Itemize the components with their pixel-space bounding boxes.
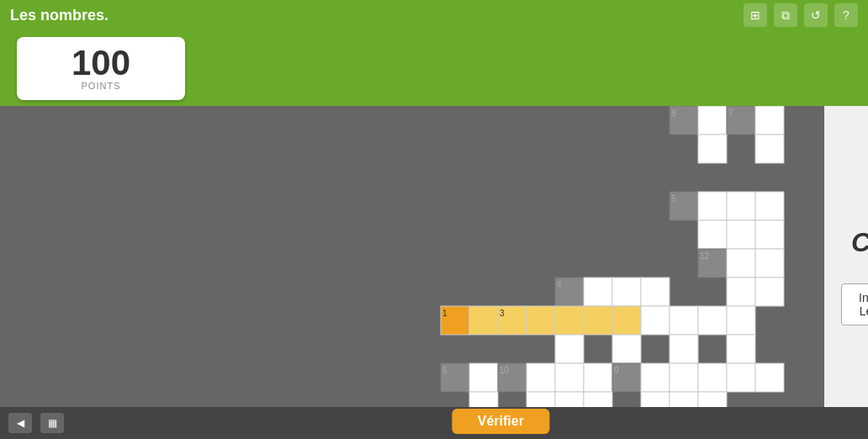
- svg-text:7: 7: [728, 108, 733, 118]
- score-bar: 100 POINTS 00:13 TEMPS: [0, 30, 868, 106]
- svg-text:5: 5: [671, 194, 676, 204]
- svg-rect-44: [727, 306, 755, 335]
- help-icon[interactable]: ?: [834, 3, 858, 27]
- screen-icon[interactable]: ⊞: [744, 3, 767, 27]
- svg-rect-43: [698, 306, 727, 335]
- svg-rect-31: [641, 278, 670, 306]
- svg-rect-30: [612, 278, 641, 306]
- svg-text:8: 8: [671, 108, 676, 118]
- svg-rect-34: [469, 306, 498, 335]
- svg-text:12: 12: [700, 251, 710, 261]
- score-number: 100: [71, 45, 130, 81]
- svg-rect-25: [727, 278, 755, 306]
- grid-button[interactable]: ▦: [40, 413, 64, 433]
- score-label: POINTS: [82, 81, 121, 91]
- svg-rect-9: [755, 106, 784, 135]
- clue-word: CUATRO: [851, 227, 868, 258]
- svg-text:6: 6: [442, 366, 447, 375]
- game-area: 100 POINTS 00:13 TEMPS: [0, 30, 868, 439]
- svg-rect-39: [584, 306, 612, 335]
- svg-rect-55: [555, 363, 584, 392]
- indice-lettre-button[interactable]: Indice Lettre: [841, 283, 868, 325]
- crossword-grid: [0, 106, 412, 407]
- svg-rect-63: [755, 363, 784, 392]
- svg-rect-12: [755, 135, 784, 163]
- copy-icon[interactable]: ⧉: [774, 3, 797, 27]
- svg-rect-38: [555, 306, 584, 335]
- svg-rect-41: [641, 306, 670, 335]
- svg-text:3: 3: [500, 309, 505, 318]
- svg-rect-17: [755, 192, 784, 220]
- svg-rect-24: [755, 249, 784, 278]
- svg-rect-59: [641, 363, 670, 392]
- top-bar-icons: ⊞ ⧉ ↺ ?: [744, 3, 858, 27]
- svg-rect-45: [555, 335, 584, 363]
- svg-rect-16: [727, 192, 755, 220]
- svg-rect-20: [755, 220, 784, 249]
- svg-rect-15: [698, 192, 727, 220]
- main-layout: 100 POINTS 00:13 TEMPS: [0, 30, 868, 439]
- svg-text:1: 1: [442, 309, 447, 318]
- svg-rect-48: [727, 335, 755, 363]
- svg-text:10: 10: [500, 366, 510, 375]
- svg-rect-37: [527, 306, 555, 335]
- svg-rect-47: [670, 335, 698, 363]
- refresh-icon[interactable]: ↺: [804, 3, 828, 27]
- svg-rect-54: [527, 363, 555, 392]
- svg-rect-26: [755, 278, 784, 306]
- grid-inner: [0, 106, 400, 407]
- svg-rect-23: [727, 249, 755, 278]
- svg-rect-18: [698, 220, 727, 249]
- score-box: 100 POINTS: [17, 37, 185, 100]
- svg-rect-51: [469, 363, 498, 392]
- grid-container: 8 7 5: [412, 106, 824, 407]
- svg-rect-29: [584, 278, 612, 306]
- svg-rect-61: [698, 363, 727, 392]
- svg-text:4: 4: [557, 280, 562, 289]
- top-bar: Les nombres. ⊞ ⧉ ↺ ?: [0, 0, 868, 30]
- svg-rect-42: [670, 306, 698, 335]
- svg-rect-19: [727, 220, 755, 249]
- svg-text:9: 9: [614, 366, 619, 375]
- page-title: Les nombres.: [10, 7, 108, 24]
- crossword-svg: 8 7 5: [412, 106, 824, 434]
- svg-rect-7: [698, 106, 727, 135]
- svg-rect-11: [698, 135, 727, 163]
- svg-rect-62: [727, 363, 755, 392]
- crossword-clue-area: 8 7 5: [0, 106, 868, 407]
- clue-panel: 1 CUATRO Indice Lettre Indice Mot: [824, 106, 868, 407]
- clue-buttons: Indice Lettre Indice Mot: [841, 283, 868, 325]
- svg-rect-56: [584, 363, 612, 392]
- verify-button[interactable]: Vérifier: [453, 409, 549, 434]
- svg-rect-46: [612, 335, 641, 363]
- svg-rect-40: [612, 306, 641, 335]
- svg-rect-60: [670, 363, 698, 392]
- prev-button[interactable]: ◀: [8, 413, 32, 433]
- bottom-bar: ◀ ▦ Vérifier: [0, 407, 868, 439]
